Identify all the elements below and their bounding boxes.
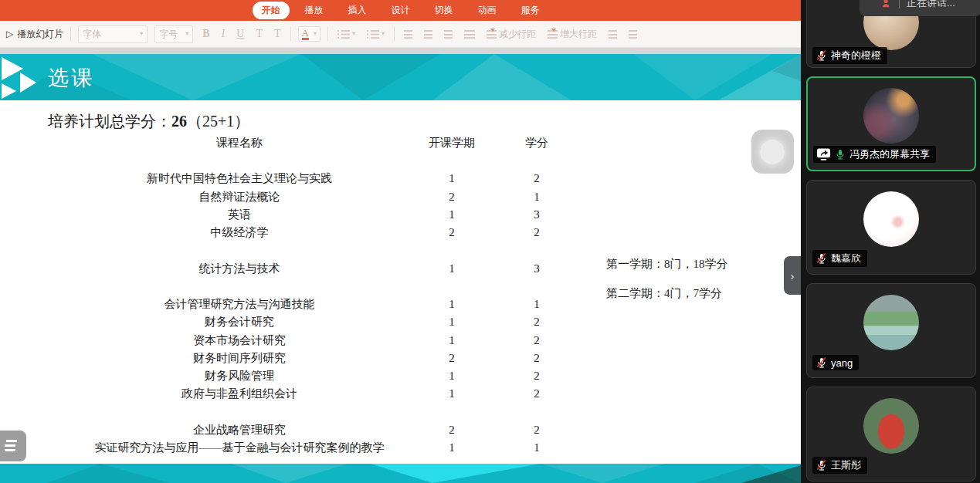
cell-semester: 1	[398, 316, 506, 329]
toolbar-divider	[394, 27, 395, 41]
floating-assistant-button[interactable]	[751, 130, 794, 174]
align-justify-icon	[464, 30, 475, 39]
avatar	[863, 295, 919, 350]
play-slideshow-button[interactable]: ▷ 播放幻灯片	[6, 28, 63, 41]
slide-title: 选课	[48, 64, 94, 92]
cell-credits: 2	[506, 316, 568, 329]
sidebar-collapse-button[interactable]: ›	[784, 256, 801, 295]
cell-course: 实证研究方法与应用——基于金融与会计研究案例的教学	[81, 441, 398, 455]
underline-button[interactable]: U	[234, 26, 246, 42]
total-credits-value: 26	[171, 113, 187, 130]
tab-play[interactable]: 播放	[296, 2, 333, 19]
chevron-right-icon: ›	[791, 269, 795, 282]
tab-animation[interactable]: 动画	[469, 2, 506, 19]
course-group: 企业战略管理研究 2 2 实证研究方法与应用——基于金融与会计研究案例的教学 1…	[81, 421, 568, 458]
tab-home[interactable]: 开始	[253, 2, 290, 19]
font-color-button[interactable]: A ▾	[298, 26, 320, 42]
decrease-indent-button[interactable]	[606, 29, 619, 40]
text-effect-icon: T	[256, 28, 263, 40]
table-row: 英语 1 3	[81, 206, 568, 224]
text-shadow-icon: T	[274, 28, 281, 40]
table-row: 财务风险管理 1 2	[81, 367, 568, 385]
table-row: 统计方法与技术 1 3	[81, 259, 568, 277]
table-row: 中级经济学 2 2	[81, 224, 568, 242]
tab-insert[interactable]: 插入	[339, 2, 376, 19]
course-group: 统计方法与技术 1 3	[81, 259, 568, 277]
increase-line-spacing-button[interactable]: 增大行距	[545, 26, 599, 42]
participant-tile[interactable]: yang	[806, 283, 976, 378]
text-effect-button[interactable]: T	[253, 26, 265, 42]
speaking-indicator-overlay: 正在讲话...	[860, 0, 980, 16]
increase-line-spacing-icon	[548, 30, 558, 39]
text-shadow-button[interactable]: T	[272, 26, 283, 42]
cell-semester: 1	[398, 172, 506, 185]
align-right-button[interactable]	[442, 29, 455, 40]
cell-course: 财务风险管理	[81, 369, 398, 383]
tab-transition[interactable]: 切换	[426, 2, 463, 19]
cell-semester: 1	[398, 262, 506, 275]
align-center-button[interactable]	[422, 29, 435, 40]
screen-share-icon	[816, 147, 831, 161]
table-header-row: 课程名称 开课学期 学分	[81, 134, 568, 152]
font-name-select[interactable]: 字体 ▾	[78, 25, 148, 43]
course-group: 会计管理研究方法与沟通技能 1 1 财务会计研究 1 2 资本市场会计研究 1 …	[81, 296, 568, 404]
slide-list-button[interactable]	[0, 431, 26, 461]
cell-course: 财务时间序列研究	[81, 351, 398, 366]
decrease-line-spacing-button[interactable]: 减少行距	[484, 26, 538, 42]
font-size-select[interactable]: 字号 ▾	[154, 25, 193, 43]
avatar	[863, 398, 919, 454]
cell-credits: 3	[506, 262, 568, 275]
align-right-icon	[444, 30, 453, 39]
cell-credits: 2	[506, 334, 568, 347]
participant-name-label: 冯勇杰的屏幕共享	[813, 146, 936, 163]
increase-indent-button[interactable]	[626, 29, 639, 40]
slide-list-icon	[5, 440, 19, 451]
participant-name: 冯勇杰的屏幕共享	[849, 147, 930, 161]
play-outline-icon: ▷	[6, 31, 13, 37]
bold-button[interactable]: B	[200, 26, 212, 42]
avatar	[863, 88, 919, 144]
numbered-list-button[interactable]: ▾	[365, 29, 387, 40]
tab-services[interactable]: 服务	[512, 2, 549, 19]
bullet-list-button[interactable]: ▾	[335, 29, 358, 40]
cell-credits: 2	[506, 172, 568, 185]
tab-design[interactable]: 设计	[382, 2, 419, 19]
italic-icon: I	[222, 28, 226, 40]
cell-course: 中级经济学	[81, 225, 398, 240]
align-left-icon	[404, 30, 412, 39]
align-justify-button[interactable]	[462, 29, 477, 40]
participant-name: yang	[831, 357, 853, 369]
mic-muted-icon	[816, 49, 828, 62]
increase-line-spacing-label: 增大行距	[560, 28, 597, 41]
cell-semester: 1	[398, 334, 506, 347]
cell-credits: 2	[506, 352, 568, 365]
align-center-icon	[424, 30, 432, 39]
participant-tile[interactable]: 魏嘉欣	[806, 180, 976, 275]
mic-muted-icon	[816, 356, 828, 369]
participant-tile-active-speaker[interactable]: 冯勇杰的屏幕共享	[806, 76, 976, 171]
toolbar-divider	[290, 27, 291, 41]
course-group: 新时代中国特色社会主义理论与实践 1 2 自然辩证法概论 2 1 英语 1 3 …	[81, 170, 568, 242]
increase-indent-icon	[629, 30, 637, 39]
speaking-indicator-text: 正在讲话...	[907, 0, 955, 10]
cell-credits: 1	[506, 191, 568, 204]
chevron-down-icon: ▾	[185, 31, 188, 37]
cell-course: 统计方法与技术	[81, 262, 398, 276]
ribbon-tab-bar: 开始 播放 插入 设计 切换 动画 服务	[0, 0, 801, 21]
cell-credits: 3	[506, 208, 568, 221]
cell-semester: 1	[398, 441, 506, 454]
numbered-list-icon	[367, 30, 379, 39]
italic-button[interactable]: I	[219, 26, 228, 42]
chevron-down-icon: ▾	[314, 31, 317, 37]
slide-footer-band	[0, 464, 801, 483]
cell-course: 英语	[81, 208, 398, 222]
bullet-list-icon	[337, 30, 350, 39]
overlay-divider	[899, 0, 900, 8]
participant-name-label: 王斯彤	[812, 457, 867, 474]
cell-semester: 1	[398, 370, 506, 383]
slide-title-banner: 选课	[0, 54, 801, 100]
cell-course: 会计管理研究方法与沟通技能	[81, 297, 398, 312]
align-left-button[interactable]	[402, 29, 415, 40]
semester1-annotation: 第一学期：8门，18学分	[606, 257, 728, 272]
participant-tile[interactable]: 王斯彤	[806, 387, 976, 481]
